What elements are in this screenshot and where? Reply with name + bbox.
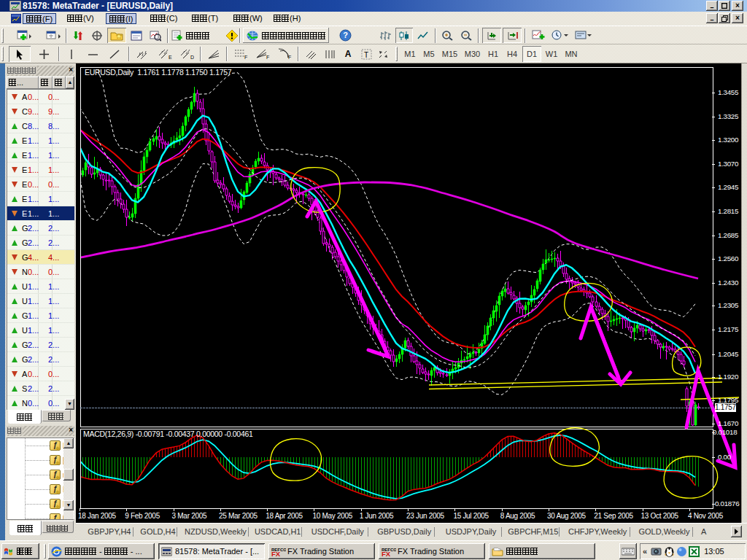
svg-text:F: F xyxy=(266,55,269,60)
svg-text:FX: FX xyxy=(382,550,391,556)
svg-text:F: F xyxy=(244,55,247,60)
svg-text:E: E xyxy=(169,55,172,60)
svg-text:FX: FX xyxy=(271,550,281,556)
svg-text:F: F xyxy=(288,55,291,60)
svg-text:?: ? xyxy=(343,31,348,39)
svg-text:D: D xyxy=(190,55,194,60)
svg-text:T: T xyxy=(364,51,368,59)
